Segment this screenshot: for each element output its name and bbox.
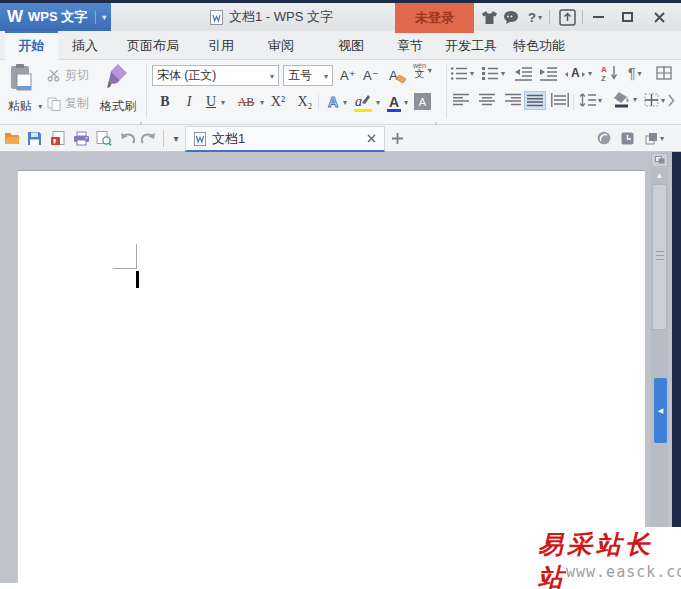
pinyin-bottom-label: 文 [414, 69, 424, 79]
wps-menu-button[interactable]: W WPS 文字 ▾ [0, 3, 111, 31]
text-effects-dropdown[interactable] [341, 92, 347, 112]
ribbon-expand-icon[interactable] [668, 93, 675, 111]
history-icon[interactable] [621, 129, 634, 147]
strikethrough-dropdown[interactable] [258, 92, 264, 112]
scissors-icon [47, 69, 61, 82]
increase-indent-button[interactable] [539, 66, 558, 81]
ruler-toggle-icon[interactable] [651, 153, 668, 167]
clear-format-button[interactable]: A [389, 65, 407, 85]
font-color-button[interactable]: A [386, 92, 402, 112]
group-separator [446, 64, 447, 118]
grow-font-button[interactable]: A⁺ [340, 65, 356, 85]
copy-icon [47, 97, 61, 111]
italic-button[interactable]: I [182, 92, 196, 112]
titlebar-separator [549, 10, 550, 24]
cut-button[interactable]: 剪切 [47, 67, 89, 84]
scrollbar-up-arrow[interactable]: ▲ [651, 168, 668, 182]
font-color-dropdown[interactable] [402, 92, 408, 112]
superscript-button[interactable]: X² [268, 92, 288, 112]
bold-button[interactable]: B [156, 92, 174, 112]
highlight-dropdown[interactable] [374, 92, 380, 112]
tab-special[interactable]: 特色功能 [508, 33, 570, 60]
export-pdf-icon[interactable] [50, 129, 66, 147]
tab-section[interactable]: 章节 [389, 33, 431, 60]
login-button[interactable]: 未登录 [395, 3, 474, 33]
undo-icon[interactable] [119, 129, 135, 147]
document-tab[interactable]: 文档1 [185, 126, 385, 152]
tab-insert[interactable]: 插入 [64, 33, 106, 60]
copy-button[interactable]: 复制 [47, 95, 89, 112]
tab-page-layout[interactable]: 页面布局 [113, 33, 193, 60]
strikethrough-button[interactable]: AB [234, 92, 258, 112]
subscript-button[interactable]: X₂ [295, 92, 315, 112]
feedback-icon[interactable] [501, 3, 521, 31]
shading-bucket-button[interactable] [613, 91, 637, 108]
chevron-left-icon: ◀ [658, 407, 663, 415]
svg-text:A: A [601, 65, 607, 74]
align-right-button[interactable] [504, 93, 522, 107]
sort-button[interactable]: A Z [600, 64, 620, 82]
line-spacing-button[interactable] [579, 93, 602, 107]
margin-corner-mark [113, 268, 137, 269]
justify-button[interactable] [524, 91, 546, 110]
close-button[interactable] [646, 3, 672, 31]
numbered-list-button[interactable] [481, 66, 505, 81]
font-size-select[interactable]: 五号 [283, 65, 333, 86]
text-cursor [136, 271, 139, 288]
distribute-button[interactable] [551, 93, 569, 107]
text-effects-button[interactable]: A [325, 92, 341, 112]
switch-window-icon[interactable] [645, 129, 664, 147]
align-center-button[interactable] [478, 93, 496, 107]
print-preview-icon[interactable] [96, 129, 112, 147]
save-icon[interactable] [27, 129, 42, 147]
borders-button[interactable] [644, 93, 665, 107]
paste-icon[interactable] [8, 63, 34, 95]
docer-icon[interactable] [597, 129, 611, 147]
tab-references[interactable]: 引用 [200, 33, 242, 60]
show-marks-button[interactable]: ¶ [628, 65, 642, 81]
open-file-icon[interactable] [4, 129, 21, 147]
shrink-font-button[interactable]: A⁻ [363, 65, 379, 85]
pinyin-guide-button[interactable]: wén 文 [413, 62, 432, 79]
char-shading-button[interactable]: A [414, 93, 431, 110]
align-left-button[interactable] [452, 93, 470, 107]
underline-button[interactable]: U [203, 92, 219, 112]
launch-toolbar-icon[interactable] [554, 3, 580, 31]
help-button[interactable]: ? [524, 3, 546, 31]
format-painter-button[interactable]: 格式刷 [94, 96, 142, 115]
print-icon[interactable] [73, 129, 90, 147]
group-separator [146, 64, 147, 118]
cjk-layout-button[interactable]: A [564, 64, 592, 82]
font-color-label: A [389, 94, 399, 110]
minimize-button[interactable] [587, 3, 609, 31]
tab-developer[interactable]: 开发工具 [440, 33, 502, 60]
tab-home[interactable]: 开始 [5, 33, 58, 60]
pilcrow-icon: ¶ [628, 65, 636, 81]
tab-review[interactable]: 审阅 [260, 33, 302, 60]
maximize-button[interactable] [616, 3, 638, 31]
redo-icon[interactable] [141, 129, 157, 147]
tab-view[interactable]: 视图 [330, 33, 372, 60]
window-title: 文档1 - WPS 文字 [210, 3, 333, 31]
font-dialog-launcher-icon[interactable] [430, 114, 437, 121]
scrollbar-thumb[interactable] [652, 184, 667, 330]
paste-button[interactable]: 粘贴 [3, 96, 47, 115]
quick-access-dropdown-icon[interactable]: ▾ [169, 129, 183, 147]
underline-dropdown[interactable] [219, 92, 225, 112]
font-family-value: 宋体 (正文) [157, 67, 216, 84]
table-grid-button[interactable] [656, 66, 672, 80]
cut-label: 剪切 [65, 67, 89, 84]
sidebar-collapse-handle[interactable]: ◀ [654, 378, 667, 443]
font-family-select[interactable]: 宋体 (正文) [152, 65, 279, 86]
clipboard-dialog-launcher-icon[interactable] [135, 114, 142, 121]
new-tab-icon[interactable] [391, 129, 404, 147]
document-page[interactable] [17, 170, 645, 589]
quick-access-separator [163, 130, 164, 147]
highlight-button[interactable]: a [353, 92, 373, 112]
skin-icon[interactable] [479, 3, 499, 31]
small-separator [318, 94, 319, 110]
format-painter-icon[interactable] [104, 62, 130, 94]
decrease-indent-button[interactable] [514, 66, 533, 81]
bullet-list-button[interactable] [450, 66, 474, 81]
tab-close-icon[interactable] [367, 134, 376, 143]
